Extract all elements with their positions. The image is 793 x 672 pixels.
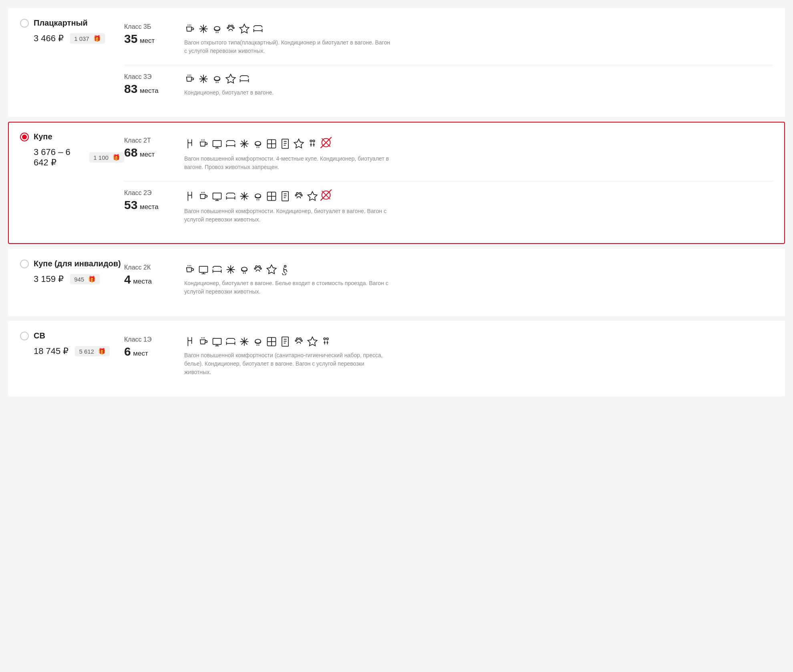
svg-point-24 [301,195,302,196]
radio-button-sv[interactable] [20,332,29,340]
class-seats-2e: 53 места [124,198,184,212]
amenity-paw-icon [252,264,264,275]
amenity-star-icon [293,138,304,149]
class-seats-2k: 4 места [124,273,184,286]
category-radio-sv[interactable]: СВ [20,331,45,340]
svg-point-1 [228,25,230,27]
amenity-doc-icon [280,138,291,149]
radio-button-kupe-invalid[interactable] [20,260,29,268]
amenities-icons-2e [184,189,773,203]
amenities-icons-2t [184,137,773,151]
amenity-snow-icon [198,23,209,34]
amenity-star-icon [307,191,318,202]
category-name-platzkart: Плацкартный [34,18,88,28]
svg-point-9 [255,141,261,145]
class-description-2t: Вагон повышенной комфортности. 4-местные… [184,155,392,171]
svg-point-35 [284,266,286,268]
price-platzkart: 3 466 ₽ [34,33,64,44]
svg-marker-7 [226,74,235,83]
svg-point-2 [231,25,233,27]
amenity-paw-icon [225,23,236,34]
amenity-snow-icon [239,336,250,347]
class-description-1e: Вагон повышенной комфортности (санитарно… [184,351,392,376]
svg-point-46 [326,338,328,340]
gift-icon: 🎁 [88,276,96,283]
amenity-window-icon [266,191,277,202]
category-name-kupe: Купе [34,132,52,141]
svg-rect-39 [282,337,288,346]
amenity-fork-icon [184,191,195,202]
price-sv: 18 745 ₽ [34,346,68,356]
class-section-1e: Класс 1Э6 местВагон повышенной комфортно… [124,331,773,386]
amenity-nosmoking-icon [320,189,332,203]
svg-point-42 [295,340,297,342]
class-description-2k: Кондиционер, биотуалет в вагоне. Белье в… [184,279,392,296]
amenity-snow-icon [239,191,250,202]
svg-point-21 [296,193,298,195]
amenity-fork-icon [184,336,195,347]
class-label-1e: Класс 1Э [124,336,184,343]
amenities-icons-2k [184,264,773,275]
amenity-star-icon [307,336,318,347]
amenity-doc-icon [280,336,291,347]
amenity-bed-icon [225,336,236,347]
amenity-tv-icon [211,138,223,149]
amenity-toilet-icon [211,73,223,85]
svg-rect-8 [213,141,221,147]
amenity-bed-icon [239,73,250,85]
amenity-tea-icon [198,138,209,149]
bonus-badge-platzkart: 1 037 🎁 [70,33,105,44]
gift-icon: 🎁 [93,35,101,42]
class-description-2e: Вагон повышенной комфортности. Кондицион… [184,207,392,224]
amenity-fork-icon [184,138,195,149]
amenity-paw-icon [293,191,304,202]
amenity-toilet-icon [252,191,264,202]
svg-marker-5 [240,24,249,33]
price-kupe-invalid: 3 159 ₽ [34,274,64,284]
svg-point-18 [255,194,261,197]
class-description-3e: Кондиционер, биотуалет в вагоне. [184,89,392,97]
radio-button-platzkart[interactable] [20,19,29,28]
svg-point-37 [255,339,261,343]
svg-point-13 [310,140,312,142]
gift-icon: 🎁 [113,154,120,161]
amenity-snow-icon [198,73,209,85]
class-label-3e: Класс 3Э [124,73,184,80]
amenity-toilet-icon [252,138,264,149]
class-label-2k: Класс 2К [124,264,184,271]
amenity-bed-icon [225,138,236,149]
svg-point-14 [313,140,315,142]
amenity-wc-icon [307,138,318,149]
svg-line-16 [320,137,332,148]
svg-rect-17 [213,193,221,199]
price-kupe: 3 676 – 6 642 ₽ [34,147,83,168]
amenities-icons-3b [184,23,773,34]
class-seats-3e: 83 места [124,82,184,96]
category-radio-platzkart[interactable]: Плацкартный [20,18,88,28]
svg-line-27 [320,189,332,201]
svg-point-0 [214,26,220,30]
class-seats-1e: 6 мест [124,345,184,358]
svg-point-32 [254,268,256,270]
category-radio-kupe-invalid[interactable]: Купе (для инвалидов) [20,259,121,268]
gift-icon: 🎁 [98,348,106,355]
amenity-toilet-icon [239,264,250,275]
amenities-icons-1e [184,336,773,347]
category-radio-kupe[interactable]: Купе [20,132,52,141]
amenity-paw-icon [293,336,304,347]
category-name-kupe-invalid: Купе (для инвалидов) [34,259,121,268]
amenity-window-icon [266,336,277,347]
svg-point-6 [214,76,220,80]
class-description-3b: Вагон открытого типа(плацкартный). Конди… [184,38,392,55]
amenity-window-icon [266,138,277,149]
amenity-star-icon [225,73,236,85]
class-label-3b: Класс 3Б [124,23,184,30]
svg-point-31 [258,266,260,268]
category-name-sv: СВ [34,331,45,340]
class-seats-2t: 68 мест [124,146,184,159]
amenity-tea-icon [184,73,195,85]
train-card-kupe: Купе3 676 – 6 642 ₽1 100 🎁Класс 2Т68 мес… [8,122,785,244]
radio-button-kupe[interactable] [20,133,29,141]
amenity-toilet-icon [252,336,264,347]
class-section-3b: Класс 3Б35 местВагон открытого типа(плац… [124,18,773,65]
